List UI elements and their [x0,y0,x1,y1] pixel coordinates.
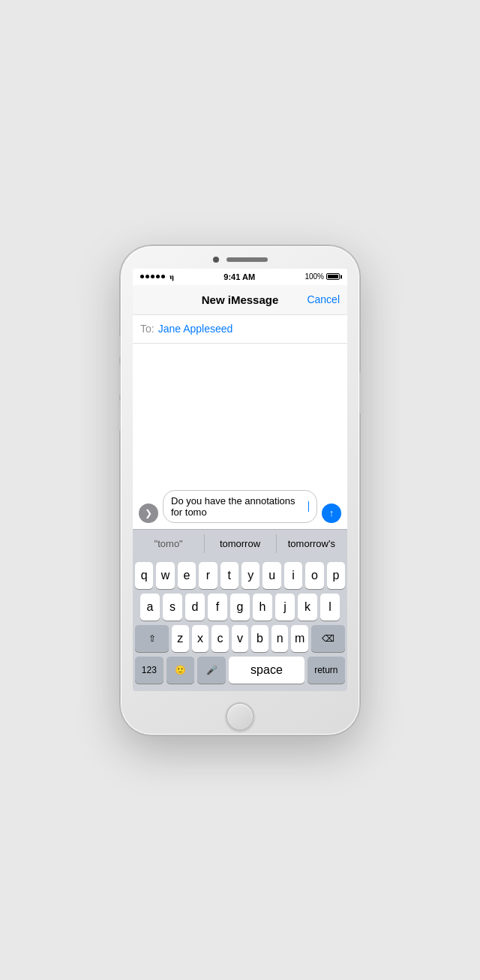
key-b[interactable]: b [251,625,268,652]
key-k[interactable]: k [298,594,317,621]
key-s[interactable]: s [163,594,182,621]
home-button-area [121,699,359,735]
signal-dot-4 [156,275,160,278]
phone-top-bar [121,246,359,269]
key-g[interactable]: g [230,594,250,621]
return-label: return [314,665,338,675]
return-key[interactable]: return [308,657,345,684]
key-q[interactable]: q [135,562,153,589]
key-w[interactable]: w [156,562,174,589]
status-time: 9:41 AM [224,272,255,281]
keyboard: q w e r t y u i o p a s d f g h j k [133,558,347,691]
volume-down-button[interactable] [118,401,121,431]
key-c[interactable]: c [212,625,229,652]
home-button[interactable] [226,702,254,731]
battery-fill [328,275,338,278]
key-z[interactable]: z [172,625,189,652]
numbers-key[interactable]: 123 [135,657,164,684]
space-label: space [250,663,283,677]
numbers-label: 123 [142,665,157,675]
screen: 𝛈 9:41 AM 100% New iMessage Cancel To: J… [133,269,347,691]
autocomplete-item-2[interactable]: tomorrow's [276,530,347,558]
space-key[interactable]: space [229,657,304,684]
autocomplete-item-0[interactable]: "tomo" [133,530,204,558]
signal-strength [140,275,165,278]
key-f[interactable]: f [208,594,227,621]
emoji-key[interactable]: 🙂 [166,657,195,684]
expand-icon: ❯ [145,508,152,519]
autocomplete-item-1[interactable]: tomorrow [204,530,275,558]
to-label: To: [140,323,154,335]
shift-icon: ⇧ [148,633,156,644]
cancel-button[interactable]: Cancel [307,293,340,305]
shift-key[interactable]: ⇧ [135,625,169,652]
speaker-bar [226,257,268,262]
nav-title: New iMessage [202,293,279,306]
delete-key[interactable]: ⌫ [311,625,345,652]
keyboard-row-1: q w e r t y u i o p [135,562,345,589]
text-cursor [308,501,309,512]
battery-icon [326,273,340,280]
key-p[interactable]: p [327,562,345,589]
volume-up-button[interactable] [118,365,121,395]
status-left: 𝛈 [140,272,174,281]
message-input[interactable]: Do you have the annotations for tomo [163,490,317,523]
nav-bar: New iMessage Cancel [133,285,347,315]
status-bar: 𝛈 9:41 AM 100% [133,269,347,285]
autocomplete-label-1: tomorrow [220,538,260,549]
autocomplete-bar: "tomo" tomorrow tomorrow's [133,529,347,558]
key-h[interactable]: h [253,594,272,621]
key-v[interactable]: v [232,625,249,652]
key-y[interactable]: y [242,562,260,589]
key-o[interactable]: o [305,562,323,589]
keyboard-row-4: 123 🙂 🎤 space return [135,657,345,684]
key-e[interactable]: e [178,562,196,589]
battery-pct-label: 100% [304,272,324,281]
key-i[interactable]: i [284,562,302,589]
key-j[interactable]: j [275,594,295,621]
key-x[interactable]: x [192,625,209,652]
key-d[interactable]: d [185,594,205,621]
send-button[interactable]: ↑ [322,504,341,523]
key-a[interactable]: a [140,594,160,621]
status-right: 100% [304,272,340,281]
front-camera [213,257,219,263]
send-icon: ↑ [329,508,334,518]
message-compose-area: ❯ Do you have the annotations for tomo ↑ [133,344,347,529]
key-r[interactable]: r [199,562,217,589]
to-field: To: Jane Appleseed [133,315,347,344]
key-u[interactable]: u [262,562,280,589]
key-m[interactable]: m [291,625,308,652]
wifi-icon: 𝛈 [170,272,174,281]
signal-dot-3 [151,275,154,278]
key-l[interactable]: l [320,594,340,621]
key-t[interactable]: t [220,562,238,589]
signal-dot-2 [146,275,149,278]
to-contact[interactable]: Jane Appleseed [158,323,233,335]
power-button[interactable] [359,372,362,413]
phone-frame: 𝛈 9:41 AM 100% New iMessage Cancel To: J… [120,245,360,735]
autocomplete-label-0: "tomo" [154,538,183,549]
mic-icon: 🎤 [206,665,218,675]
mic-key[interactable]: 🎤 [197,657,226,684]
signal-dot-1 [140,275,144,278]
delete-icon: ⌫ [322,633,334,644]
keyboard-row-2: a s d f g h j k l [135,594,345,621]
key-n[interactable]: n [272,625,289,652]
emoji-icon: 🙂 [175,665,186,675]
signal-dot-5 [161,275,165,278]
autocomplete-label-2: tomorrow's [288,538,335,549]
message-text: Do you have the annotations for tomo [171,495,308,518]
keyboard-row-3: ⇧ z x c v b n m ⌫ [135,625,345,652]
expand-button[interactable]: ❯ [139,504,158,523]
